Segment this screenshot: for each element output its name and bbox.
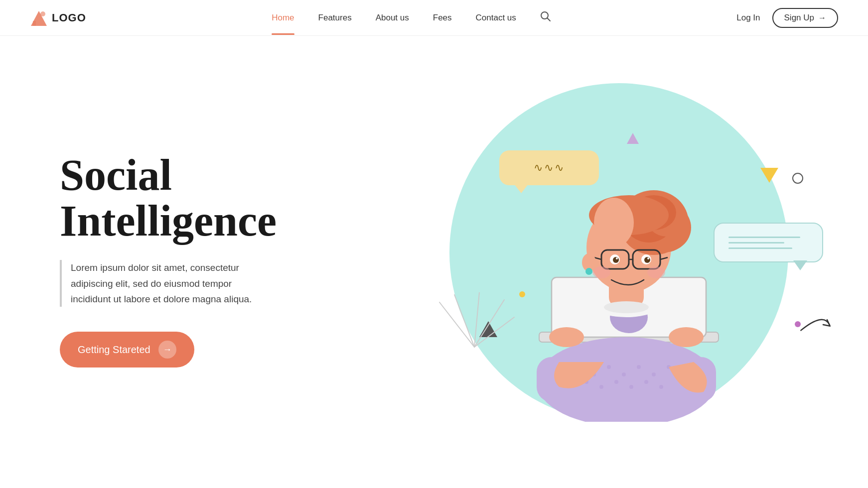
search-icon[interactable] [540,11,551,25]
svg-point-19 [637,365,641,369]
nav-fees[interactable]: Fees [433,13,452,23]
hero-illustration: ∿∿∿ [380,73,828,447]
svg-point-17 [607,365,611,369]
svg-point-24 [614,380,618,384]
header-actions: Log In Sign Up → [736,8,838,28]
logo[interactable]: LOGO [30,9,86,27]
svg-rect-2 [33,21,36,26]
logo-icon [30,9,48,27]
logo-text: LOGO [52,11,86,24]
hero-title: Social Intelligence [60,152,277,244]
cta-arrow-icon: → [158,341,176,359]
svg-point-30 [604,301,649,313]
svg-point-53 [585,268,592,275]
svg-point-27 [659,385,663,389]
signup-arrow-icon: → [818,13,826,22]
nav-about[interactable]: About us [376,13,409,23]
svg-point-20 [652,372,656,376]
header: LOGO Home Features About us Fees Contact… [0,0,868,36]
hero-left: Social Intelligence Lorem ipsum dolor si… [60,152,277,368]
main-nav: Home Features About us Fees Contact us [272,11,551,25]
hero-section: Social Intelligence Lorem ipsum dolor si… [0,36,868,474]
nav-home[interactable]: Home [272,13,294,23]
svg-point-26 [644,380,648,384]
svg-point-48 [616,257,618,259]
hero-description: Lorem ipsum dolor sit amet, consectetur … [60,260,274,307]
nav-contact[interactable]: Contact us [476,13,516,23]
svg-line-4 [547,18,550,21]
svg-point-47 [644,257,650,263]
nav-features[interactable]: Features [318,13,352,23]
svg-point-18 [622,372,626,376]
login-button[interactable]: Log In [736,13,760,23]
svg-point-51 [647,266,665,278]
girl-illustration [459,123,768,422]
svg-point-50 [592,266,610,278]
svg-point-38 [594,198,634,247]
svg-point-23 [599,385,603,389]
arrow-decoration-icon [792,301,840,352]
svg-point-46 [613,257,619,263]
svg-point-55 [669,327,704,347]
signup-button[interactable]: Sign Up → [772,8,838,28]
svg-point-54 [549,327,584,347]
svg-point-1 [40,11,45,16]
cta-button[interactable]: Getting Stareted → [60,332,194,367]
svg-point-49 [647,257,649,259]
circle-outline-icon [792,173,803,184]
svg-point-25 [629,385,633,389]
